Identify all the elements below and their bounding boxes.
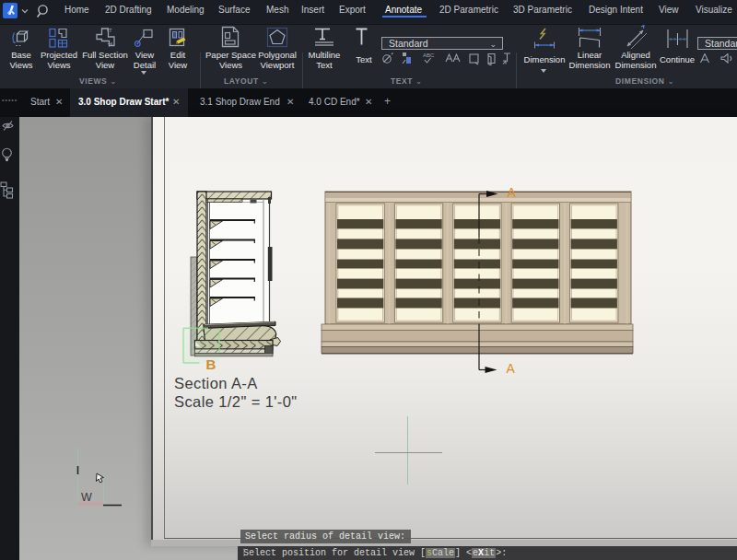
svg-text:W: W: [81, 491, 92, 504]
svg-text:A: A: [507, 361, 516, 376]
svg-text:T: T: [108, 42, 111, 48]
svg-text:A: A: [508, 185, 517, 200]
svg-text:ABC: ABC: [423, 52, 435, 58]
svg-text:T: T: [109, 28, 112, 33]
svg-text:B: B: [206, 356, 216, 372]
